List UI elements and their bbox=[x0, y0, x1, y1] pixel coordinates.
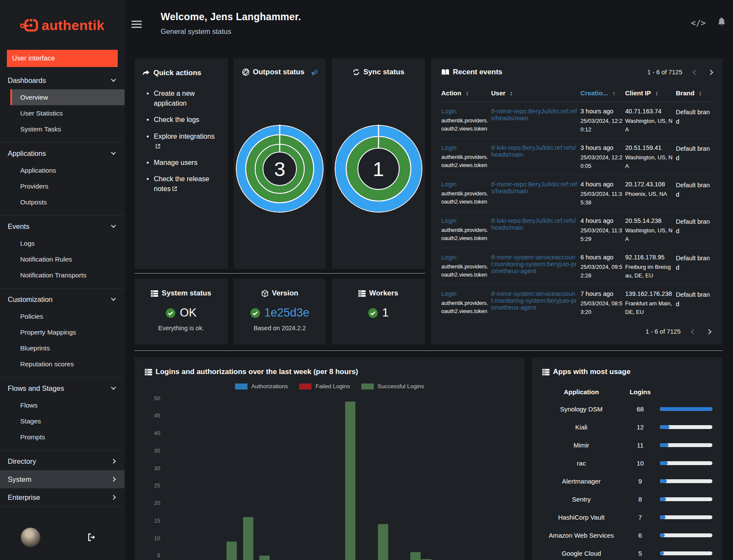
avatar[interactable] bbox=[21, 527, 40, 547]
sidebar-section-dashboards[interactable]: Dashboards bbox=[0, 71, 125, 89]
quick-action-link-check-the-release-notes[interactable]: Check the release notes bbox=[147, 174, 220, 194]
section-label: Applications bbox=[8, 149, 46, 158]
sync-donut-chart: 1 bbox=[333, 123, 425, 215]
app-usage-bar-fill bbox=[660, 515, 666, 519]
sidebar-item-policies[interactable]: Policies bbox=[0, 308, 125, 324]
event-user-link[interactable]: tf-mimir-system:serviceaccount:monitorin… bbox=[491, 254, 578, 274]
sidebar-item-providers[interactable]: Providers bbox=[0, 178, 125, 194]
sidebar-section-directory[interactable]: Directory bbox=[0, 452, 125, 470]
sidebar-item-flows[interactable]: Flows bbox=[0, 397, 125, 413]
column-header-brand[interactable]: Brand↕ bbox=[676, 89, 712, 97]
sidebar-section-customization[interactable]: Customization bbox=[0, 290, 125, 308]
event-action-link[interactable]: Login bbox=[441, 181, 489, 188]
hamburger-menu-icon[interactable] bbox=[131, 21, 142, 29]
version-value-link[interactable]: 1e25d3e bbox=[264, 306, 309, 320]
user-interface-button[interactable]: User interface bbox=[7, 50, 118, 67]
event-user-link[interactable]: tf-loki-repo:BeryJu/k8s:ref:refs/heads/m… bbox=[491, 217, 578, 231]
event-action-link[interactable]: Login bbox=[441, 254, 489, 261]
sidebar-item-blueprints[interactable]: Blueprints bbox=[0, 340, 125, 356]
pagination-label: 1 - 6 of 7125 bbox=[646, 328, 681, 335]
event-action-link[interactable]: Login bbox=[441, 144, 489, 151]
sidebar-item-notification-rules[interactable]: Notification Rules bbox=[0, 251, 125, 267]
apps-table-header: Application Logins bbox=[542, 388, 712, 396]
sidebar-item-outposts[interactable]: Outposts bbox=[0, 194, 125, 210]
sidebar-item-user-statistics[interactable]: User Statistics bbox=[0, 105, 125, 121]
bar-successful-logins bbox=[243, 517, 253, 560]
apps-col-logins: Logins bbox=[624, 388, 657, 396]
event-user-link[interactable]: tf-mimir-repo:BeryJu/k8s:ref:refs/heads/… bbox=[491, 181, 578, 195]
app-usage-bar-fill bbox=[660, 461, 668, 465]
page-title: Welcome, Jens Langhammer. bbox=[161, 11, 301, 23]
app-name: Mimir bbox=[542, 441, 620, 450]
sidebar-item-property-mappings[interactable]: Property Mappings bbox=[0, 324, 125, 340]
column-header-action[interactable]: Action↕ bbox=[441, 89, 489, 97]
column-header-user[interactable]: User↕ bbox=[491, 89, 578, 97]
sidebar-item-stages[interactable]: Stages bbox=[0, 413, 125, 429]
quick-action-link-check-the-logs[interactable]: Check the logs bbox=[147, 115, 220, 125]
event-user-link[interactable]: tf-mimir-repo:BeryJu/k8s:ref:refs/heads/… bbox=[491, 108, 578, 122]
page-next-icon[interactable] bbox=[706, 329, 712, 335]
event-action-link[interactable]: Login bbox=[441, 290, 489, 297]
sidebar-item-logs[interactable]: Logs bbox=[0, 235, 125, 251]
sidebar-section-group: CustomizationPoliciesProperty MappingsBl… bbox=[0, 290, 125, 377]
app-name: rac bbox=[542, 459, 620, 468]
sidebar-item-prompts[interactable]: Prompts bbox=[0, 429, 125, 445]
event-geo: Freiburg im Breisgau, DE, EU bbox=[625, 263, 673, 280]
sidebar-section-flows-and-stages[interactable]: Flows and Stages bbox=[0, 379, 125, 397]
chevron-right-icon bbox=[111, 495, 116, 499]
quick-action-label: Check the release notes bbox=[154, 175, 209, 192]
sidebar-section-applications[interactable]: Applications bbox=[0, 144, 125, 162]
section-label: Flows and Stages bbox=[8, 384, 64, 393]
event-time-relative: 3 hours ago bbox=[580, 108, 623, 115]
server-icon bbox=[151, 290, 158, 297]
event-action-link[interactable]: Login bbox=[441, 217, 489, 224]
event-user-link[interactable]: tf-loki-repo:BeryJu/k8s:ref:refs/heads/m… bbox=[491, 144, 578, 158]
quick-actions-list: Create a new applicationCheck the logsEx… bbox=[142, 88, 220, 194]
sidebar-item-system-tasks[interactable]: System Tasks bbox=[0, 121, 125, 137]
sidebar-section-group: Enterprise bbox=[0, 488, 125, 507]
event-action-cell: Loginauthentik.providers.oauth2.views.to… bbox=[441, 181, 489, 207]
sidebar-item-notification-transports[interactable]: Notification Transports bbox=[0, 267, 125, 283]
event-client-ip: 139.162.176.238 bbox=[625, 290, 673, 297]
sidebar-section-enterprise[interactable]: Enterprise bbox=[0, 488, 125, 506]
notifications-bell-icon[interactable] bbox=[717, 17, 727, 29]
check-circle-icon bbox=[165, 308, 176, 318]
version-caption: Based on 2024.2.2 bbox=[234, 325, 326, 332]
column-header-creatio[interactable]: Creatio...↑ bbox=[580, 89, 623, 97]
page-previous-icon[interactable] bbox=[691, 329, 696, 335]
sidebar-item-applications[interactable]: Applications bbox=[0, 162, 125, 178]
quick-action-link-explore-integrations[interactable]: Explore integrations bbox=[147, 131, 220, 151]
sidebar-section-system[interactable]: System bbox=[0, 470, 125, 488]
event-action-cell: Loginauthentik.providers.oauth2.views.to… bbox=[441, 217, 489, 243]
api-code-icon[interactable]: </> bbox=[691, 18, 706, 27]
link-icon[interactable] bbox=[310, 69, 318, 76]
event-time-cell: 4 hours ago25/03/2024, 11:35:38 bbox=[580, 181, 623, 207]
chart-title: Logins and authorizations over the last … bbox=[156, 368, 358, 376]
app-usage-bar bbox=[660, 515, 712, 519]
sidebar-section-events[interactable]: Events bbox=[0, 217, 125, 235]
column-header-client-ip[interactable]: Client IP↕ bbox=[625, 89, 673, 97]
event-action-app: authentik.providers.oauth2.views.token bbox=[441, 117, 489, 134]
quick-action-link-create-a-new-application[interactable]: Create a new application bbox=[147, 88, 220, 108]
event-time-relative: 3 hours ago bbox=[580, 144, 623, 151]
table-row: Loginauthentik.providers.oauth2.views.to… bbox=[441, 102, 712, 139]
app-login-count: 7 bbox=[624, 514, 657, 521]
sign-out-icon[interactable] bbox=[87, 533, 96, 544]
column-label: Brand bbox=[676, 89, 694, 97]
page-next-icon[interactable] bbox=[708, 70, 713, 75]
section-label: Customization bbox=[8, 295, 53, 304]
pagination-bottom: 1 - 6 of 7125 bbox=[646, 328, 711, 335]
page-previous-icon[interactable] bbox=[693, 70, 698, 75]
chevron-down-icon bbox=[111, 77, 116, 82]
sidebar-item-reputation-scores[interactable]: Reputation scores bbox=[0, 356, 125, 372]
table-row: Loginauthentik.providers.oauth2.views.to… bbox=[441, 175, 712, 212]
quick-action-label: Manage users bbox=[154, 159, 197, 166]
event-action-link[interactable]: Login bbox=[441, 108, 489, 115]
y-axis-tick: 15 bbox=[154, 517, 160, 524]
sidebar-item-overview[interactable]: Overview bbox=[10, 89, 125, 105]
quick-action-link-manage-users[interactable]: Manage users bbox=[147, 158, 220, 167]
event-user-link[interactable]: tf-mimir-system:serviceaccount:monitorin… bbox=[491, 290, 578, 311]
chevron-right-icon bbox=[111, 459, 116, 463]
table-row: Loginauthentik.providers.oauth2.views.to… bbox=[441, 248, 712, 285]
event-ip-cell: 92.116.178.95Freiburg im Breisgau, DE, E… bbox=[625, 254, 673, 280]
